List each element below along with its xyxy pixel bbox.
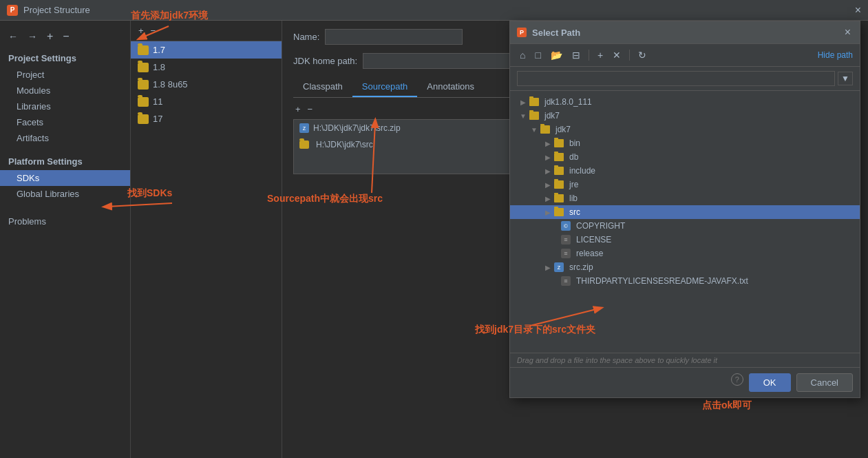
- tab-annotations[interactable]: Annotations: [417, 77, 484, 97]
- tree-label-license: LICENSE: [576, 235, 611, 244]
- sdk-item-1-8-8u65[interactable]: 1.8 8u65: [131, 76, 282, 93]
- expand-icon-jre: ▶: [544, 181, 551, 189]
- dialog-close-btn[interactable]: ×: [843, 25, 853, 39]
- new-folder-btn[interactable]: 📂: [548, 48, 565, 62]
- project-settings-title: Project Settings: [0, 50, 130, 67]
- copyright-icon: ©: [561, 221, 571, 231]
- sdk-add-btn[interactable]: +: [136, 25, 146, 37]
- tree-label-jdk7-root: jdk7: [544, 111, 560, 121]
- folder-icon-jdk7-root: [529, 112, 539, 120]
- title-bar-logo: P: [7, 5, 18, 16]
- path-item-src-text: H:\JDK\jdk7\src: [316, 140, 373, 149]
- sidebar-add-btn[interactable]: +: [44, 29, 56, 44]
- folder-icon-1-8-8u65: [138, 80, 149, 90]
- folder-icon-11: [138, 97, 149, 107]
- sidebar-item-artifacts[interactable]: Artifacts: [0, 130, 130, 146]
- name-input[interactable]: 1.7: [325, 29, 463, 45]
- add-root-btn[interactable]: +: [595, 48, 606, 62]
- expand-icon-jdk7-jdk7: ▼: [531, 126, 538, 134]
- sidebar-item-problems[interactable]: Problems: [0, 213, 130, 230]
- tree-node-jre[interactable]: ▶ jre: [510, 178, 860, 191]
- tab-classpath[interactable]: Classpath: [293, 77, 352, 97]
- sdk-item-17[interactable]: 17: [131, 110, 282, 127]
- home-btn[interactable]: ⌂: [517, 48, 528, 62]
- sidebar-nav-buttons: ← → + −: [0, 26, 130, 50]
- folder-icon-jdk180: [529, 98, 539, 106]
- name-label: Name:: [293, 32, 319, 42]
- ok-btn[interactable]: OK: [749, 373, 791, 392]
- expand-icon-jdk180: ▶: [520, 98, 527, 106]
- sdk-item-1-7[interactable]: 1.7: [131, 41, 282, 59]
- dialog-logo: P: [517, 28, 527, 37]
- sidebar-item-sdks[interactable]: SDKs: [0, 170, 130, 186]
- text-icon-release: ≡: [561, 249, 571, 258]
- delete-btn[interactable]: ✕: [610, 48, 624, 62]
- sdk-remove-btn[interactable]: −: [149, 25, 158, 37]
- tree-node-src[interactable]: ▶ src: [510, 205, 860, 219]
- expand-icon-srczip: ▶: [544, 264, 551, 271]
- sdk-item-1-8[interactable]: 1.8: [131, 59, 282, 76]
- nav-back-btn[interactable]: ←: [6, 30, 21, 43]
- expand-icon-bin: ▶: [544, 140, 551, 147]
- nav-forward-btn[interactable]: →: [25, 30, 40, 43]
- tab-sourcepath[interactable]: Sourcepath: [352, 77, 418, 97]
- select-path-dialog: P Select Path × ⌂ □ 📂 ⊟ + ✕ ↻ Hide path …: [509, 21, 860, 398]
- tree-node-license[interactable]: ≡ LICENSE: [510, 233, 860, 247]
- tree-node-jdk180[interactable]: ▶ jdk1.8.0_111: [510, 95, 860, 109]
- path-dropdown-btn[interactable]: ▼: [838, 72, 853, 85]
- folder-icon-1-7: [138, 45, 149, 55]
- dialog-status-bar: Drag and drop a file into the space abov…: [510, 353, 860, 367]
- dialog-title-text: Select Path: [532, 28, 580, 38]
- zip-icon-srczip: z: [554, 262, 564, 272]
- tree-node-thirdparty[interactable]: ≡ THIRDPARTYLICENSESREADME-JAVAFX.txt: [510, 274, 860, 288]
- path-add-btn[interactable]: +: [293, 103, 303, 115]
- tree-node-db[interactable]: ▶ db: [510, 150, 860, 164]
- expand-icon-db: ▶: [544, 154, 551, 161]
- dialog-buttons: ? OK Cancel: [510, 367, 860, 397]
- sidebar-item-project[interactable]: Project: [0, 67, 130, 83]
- zip-icon: z: [299, 123, 309, 133]
- tree-label-include: include: [569, 166, 595, 176]
- text-icon-license: ≡: [561, 235, 571, 244]
- tree-node-lib[interactable]: ▶ lib: [510, 191, 860, 205]
- tree-node-copyright[interactable]: © COPYRIGHT: [510, 219, 860, 233]
- tree-label-release: release: [576, 249, 603, 258]
- sidebar-item-modules[interactable]: Modules: [0, 83, 130, 98]
- sidebar-item-libraries[interactable]: Libraries: [0, 98, 130, 114]
- expand-icon-src: ▶: [544, 209, 551, 216]
- desktop-btn[interactable]: □: [532, 48, 543, 62]
- tree-node-jdk7-root[interactable]: ▼ jdk7: [510, 109, 860, 123]
- sdk-item-label-11: 11: [153, 96, 162, 107]
- tree-node-include[interactable]: ▶ include: [510, 164, 860, 178]
- sidebar: ← → + − Project Settings Project Modules…: [0, 21, 131, 458]
- dialog-tree: ▶ jdk1.8.0_111 ▼ jdk7 ▼ jdk7 ▶ bin ▶ db: [510, 91, 860, 353]
- dialog-title-bar: P Select Path ×: [510, 21, 860, 44]
- tree-label-jdk180: jdk1.8.0_111: [544, 97, 592, 107]
- sidebar-item-global-libraries[interactable]: Global Libraries: [0, 186, 130, 202]
- tree-node-srczip[interactable]: ▶ z src.zip: [510, 260, 860, 274]
- sidebar-item-facets[interactable]: Facets: [0, 114, 130, 130]
- tree-label-lib: lib: [569, 194, 578, 203]
- sidebar-remove-btn[interactable]: −: [60, 29, 72, 44]
- tree-node-jdk7-jdk7[interactable]: ▼ jdk7: [510, 123, 860, 136]
- path-remove-btn[interactable]: −: [306, 103, 315, 115]
- expand-icon-jdk7-root: ▼: [520, 112, 527, 120]
- help-btn[interactable]: ?: [731, 373, 743, 386]
- dialog-path-input[interactable]: H:\JDK\jdk7\jdk7\src: [517, 71, 835, 86]
- title-bar-close-btn[interactable]: ×: [855, 4, 861, 17]
- title-bar-text: Project Structure: [23, 5, 90, 15]
- hide-path-btn[interactable]: Hide path: [818, 50, 853, 60]
- sdk-item-label-1-8: 1.8: [153, 62, 165, 72]
- dialog-path-input-row: H:\JDK\jdk7\jdk7\src ▼: [510, 67, 860, 91]
- folder-icon-17: [138, 114, 149, 124]
- folder-icon-db: [554, 153, 564, 161]
- tree-node-release[interactable]: ≡ release: [510, 247, 860, 260]
- tree-label-jre: jre: [569, 180, 578, 189]
- refresh-btn[interactable]: ↻: [635, 48, 649, 62]
- sdk-item-11[interactable]: 11: [131, 93, 282, 110]
- collapse-btn[interactable]: ⊟: [569, 48, 583, 62]
- cancel-btn[interactable]: Cancel: [796, 373, 853, 392]
- tree-node-bin[interactable]: ▶ bin: [510, 136, 860, 150]
- folder-icon-src: [554, 208, 564, 216]
- sdk-pane: + − 1.7 1.8 1.8 8u65 11 17: [131, 21, 282, 458]
